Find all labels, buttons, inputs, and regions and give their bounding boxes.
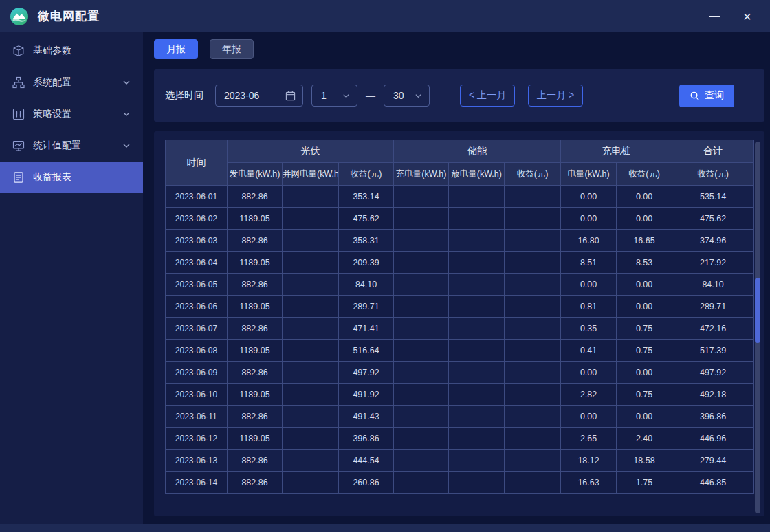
- cell-value: 0.75: [617, 340, 672, 362]
- cell-value: [449, 384, 505, 406]
- cell-value: [283, 208, 339, 230]
- monitor-icon: [12, 140, 25, 152]
- cell-value: [449, 428, 505, 450]
- table-scrollbar-track[interactable]: [755, 142, 760, 513]
- cell-value: 446.96: [672, 428, 754, 450]
- sidebar-item-strategy-settings[interactable]: 策略设置: [0, 98, 143, 130]
- cell-value: [449, 318, 505, 340]
- table-sub-header: 收益(元): [339, 163, 394, 186]
- table-row: 2023-06-03882.86358.3116.8016.65374.96: [166, 230, 754, 252]
- cell-value: [283, 274, 339, 296]
- query-button[interactable]: 查询: [679, 85, 734, 107]
- day-to-select[interactable]: 30: [384, 85, 430, 107]
- cell-value: 1189.05: [228, 428, 283, 450]
- close-button[interactable]: ×: [741, 10, 754, 23]
- cell-value: 279.44: [672, 450, 754, 472]
- cell-value: 1189.05: [228, 296, 283, 318]
- cell-date: 2023-06-04: [166, 252, 228, 274]
- cell-value: 446.85: [672, 472, 754, 494]
- cell-value: 882.86: [228, 472, 283, 494]
- tab-annual[interactable]: 年报: [210, 39, 254, 59]
- day-from-value: 1: [321, 90, 342, 101]
- cell-value: [505, 296, 561, 318]
- cell-date: 2023-06-12: [166, 428, 228, 450]
- sidebar-item-label: 统计值配置: [33, 140, 81, 152]
- cell-value: 217.92: [672, 252, 754, 274]
- cell-value: 472.16: [672, 318, 754, 340]
- cell-value: [505, 252, 561, 274]
- cell-value: 2.40: [617, 428, 672, 450]
- table-scrollbar-thumb[interactable]: [755, 278, 760, 343]
- cell-value: 353.14: [339, 186, 394, 208]
- cell-value: [283, 406, 339, 428]
- cell-value: 0.00: [617, 362, 672, 384]
- cell-value: [505, 384, 561, 406]
- sidebar-item-basic-params[interactable]: 基础参数: [0, 35, 143, 67]
- cell-value: [283, 384, 339, 406]
- sidebar-item-label: 策略设置: [33, 108, 72, 120]
- table-group-header: 充电桩: [561, 140, 672, 163]
- month-picker-input[interactable]: 2023-06: [215, 85, 303, 107]
- query-button-label: 查询: [705, 89, 724, 102]
- table-group-header: 时间: [166, 140, 228, 186]
- cell-value: [394, 362, 449, 384]
- table-sub-header-row: 发电量(kW.h)并网电量(kW.h)收益(元)充电量(kW.h)放电量(kW.…: [166, 163, 754, 186]
- table-row: 2023-06-061189.05289.710.810.00289.71: [166, 296, 754, 318]
- sidebar-item-stats-config[interactable]: 统计值配置: [0, 130, 143, 162]
- app-logo-icon: [10, 7, 29, 26]
- cell-value: 289.71: [339, 296, 394, 318]
- day-from-select[interactable]: 1: [311, 85, 358, 107]
- sidebar-item-system-config[interactable]: 系统配置: [0, 67, 143, 98]
- cell-date: 2023-06-14: [166, 472, 228, 494]
- close-icon: ×: [743, 10, 751, 23]
- window-controls: ×: [708, 10, 770, 23]
- cell-value: 1189.05: [228, 252, 283, 274]
- month-picker-value: 2023-06: [224, 90, 285, 101]
- cell-value: 0.00: [617, 406, 672, 428]
- report-icon: [12, 171, 25, 184]
- cell-date: 2023-06-10: [166, 384, 228, 406]
- minimize-button[interactable]: [708, 10, 720, 23]
- cell-value: [449, 472, 505, 494]
- cell-value: 882.86: [228, 406, 283, 428]
- cell-value: 1189.05: [228, 208, 283, 230]
- next-month-button[interactable]: 上一月 >: [528, 85, 583, 107]
- cell-value: [505, 208, 561, 230]
- cell-date: 2023-06-03: [166, 230, 228, 252]
- cell-date: 2023-06-02: [166, 208, 228, 230]
- cell-value: 0.00: [617, 274, 672, 296]
- table-row: 2023-06-101189.05491.922.820.75492.18: [166, 384, 754, 406]
- cell-value: [394, 406, 449, 428]
- chevron-down-icon: [122, 142, 131, 150]
- cell-value: 8.51: [561, 252, 617, 274]
- cell-value: [394, 450, 449, 472]
- cell-value: [505, 318, 561, 340]
- tab-monthly[interactable]: 月报: [154, 39, 198, 59]
- table-sub-header: 发电量(kW.h): [228, 163, 283, 186]
- cell-date: 2023-06-06: [166, 296, 228, 318]
- table-row: 2023-06-11882.86491.430.000.00396.86: [166, 406, 754, 428]
- cell-value: 84.10: [339, 274, 394, 296]
- cell-value: 396.86: [672, 406, 754, 428]
- cell-value: 16.63: [561, 472, 617, 494]
- cell-value: [394, 472, 449, 494]
- cell-value: 8.53: [617, 252, 672, 274]
- table-row: 2023-06-13882.86444.5418.1218.58279.44: [166, 450, 754, 472]
- table-sub-header: 电量(kW.h): [561, 163, 617, 186]
- report-tabs: 月报年报: [143, 32, 770, 59]
- cell-value: [283, 186, 339, 208]
- table-row: 2023-06-09882.86497.920.000.00497.92: [166, 362, 754, 384]
- cell-value: 16.80: [561, 230, 617, 252]
- cell-value: 16.65: [617, 230, 672, 252]
- cell-value: 0.00: [561, 406, 617, 428]
- cell-value: 0.35: [561, 318, 617, 340]
- cell-value: 0.00: [561, 362, 617, 384]
- cell-value: [283, 472, 339, 494]
- prev-month-button[interactable]: < 上一月: [460, 85, 515, 107]
- sidebar-menu: 基础参数系统配置策略设置统计值配置收益报表: [0, 35, 143, 193]
- sidebar-item-revenue-report[interactable]: 收益报表: [0, 162, 143, 193]
- network-icon: [12, 76, 25, 89]
- cell-value: [394, 428, 449, 450]
- table-row: 2023-06-07882.86471.410.350.75472.16: [166, 318, 754, 340]
- cell-value: 444.54: [339, 450, 394, 472]
